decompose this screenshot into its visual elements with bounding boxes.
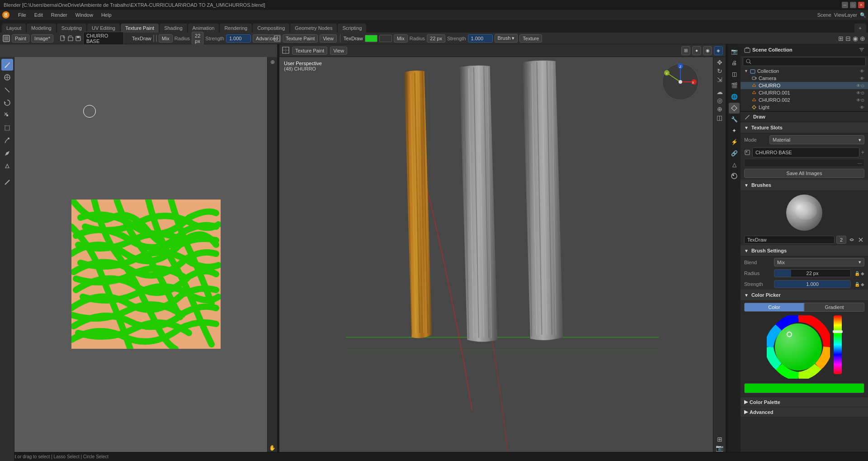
tool-mask[interactable]: [1, 160, 13, 172]
color-tab-gradient[interactable]: Gradient: [804, 303, 864, 312]
viewport-gizmo[interactable]: X Y Z: [660, 62, 701, 103]
save-file-icon[interactable]: [75, 35, 81, 42]
menu-window[interactable]: Window: [72, 11, 97, 19]
props-tab-constraints[interactable]: 🔗: [729, 148, 740, 159]
radius-lock-icon[interactable]: 🔒: [854, 271, 860, 276]
brushes-header[interactable]: ▼ Brushes: [741, 180, 868, 191]
tool-rotate[interactable]: [1, 97, 13, 109]
strength-slider[interactable]: 1.000: [774, 280, 851, 288]
viewport-tool-7[interactable]: ◫: [717, 114, 722, 121]
churro-base-selector[interactable]: CHURRO BASE: [83, 32, 124, 45]
outliner-item-collection[interactable]: ▼ Collection 👁: [741, 67, 868, 75]
props-tab-view-layer[interactable]: ◫: [729, 69, 740, 80]
props-tab-data[interactable]: △: [729, 159, 740, 170]
editor-type-icon[interactable]: [3, 35, 10, 42]
menu-help[interactable]: Help: [98, 11, 115, 19]
blend-mode-left[interactable]: Mix: [159, 34, 173, 43]
props-tab-modifier[interactable]: 🔧: [729, 114, 740, 125]
color-wheel-wrapper[interactable]: [767, 315, 830, 380]
tool-scale[interactable]: [1, 109, 13, 121]
tab-geometry-nodes[interactable]: Geometry Nodes: [290, 24, 337, 33]
brush-link-icon[interactable]: [848, 236, 855, 243]
tool-transform[interactable]: [1, 122, 13, 134]
image-button[interactable]: Image*: [31, 34, 53, 43]
props-tab-render[interactable]: 📷: [729, 46, 740, 57]
viewport-tool-2[interactable]: ↻: [717, 67, 722, 75]
viewport-icon-2[interactable]: ⊟: [845, 35, 851, 42]
rendered-shading[interactable]: ◉: [703, 46, 712, 55]
outliner-item-churro[interactable]: CHURRO 👁 ⊙: [741, 82, 868, 89]
viewport-tool-6[interactable]: ⊕: [717, 105, 722, 113]
texture-slot-add[interactable]: +: [861, 149, 864, 156]
add-workspace-button[interactable]: +: [854, 24, 866, 33]
props-tab-material[interactable]: [729, 171, 740, 181]
outliner-search-bar[interactable]: [743, 57, 866, 66]
background-color-right[interactable]: [379, 35, 392, 42]
color-palette-header[interactable]: ▶ Color Palette: [741, 397, 868, 407]
hue-slider[interactable]: [834, 315, 842, 374]
outliner-item-churro002[interactable]: CHURRO.002 👁 ⊙: [741, 96, 868, 104]
churro002-visibility[interactable]: 👁: [856, 98, 861, 103]
props-tab-physics[interactable]: ⚡: [729, 137, 740, 147]
blend-select[interactable]: Mix ▾: [774, 258, 864, 266]
viewport-icon-3[interactable]: ◉: [853, 35, 858, 42]
props-tab-world[interactable]: 🌐: [729, 91, 740, 102]
brush-type-button[interactable]: Brush ▾: [495, 34, 518, 43]
uv-pan[interactable]: ✋: [269, 445, 276, 451]
minimize-button[interactable]: ─: [842, 2, 848, 8]
menu-file[interactable]: File: [14, 11, 30, 19]
view-button[interactable]: View: [320, 34, 337, 43]
radius-value-left[interactable]: 22 px: [192, 32, 203, 45]
current-color-swatch[interactable]: [744, 383, 864, 393]
menu-render[interactable]: Render: [47, 11, 71, 19]
uv-canvas[interactable]: [14, 57, 277, 461]
menu-edit[interactable]: Edit: [31, 11, 47, 19]
strength-keyframe-icon[interactable]: ◆: [861, 282, 864, 287]
texture-slots-header[interactable]: ▼ Texture Slots: [741, 122, 868, 133]
foreground-color-right[interactable]: [365, 35, 377, 42]
viewport-tool-4[interactable]: ☁: [717, 88, 723, 95]
props-tab-scene[interactable]: 🎬: [729, 80, 740, 91]
light-visibility[interactable]: 👁: [860, 105, 864, 110]
uv-zoom-fit[interactable]: ⊕: [270, 59, 275, 65]
material-shading[interactable]: ◈: [714, 46, 723, 55]
tool-annotate[interactable]: [1, 135, 13, 147]
blend-mode-right[interactable]: Mix: [394, 34, 408, 43]
viewport-tool-3[interactable]: ⇲: [717, 76, 722, 83]
outliner-item-camera[interactable]: Camera 👁: [741, 75, 868, 82]
open-file-icon[interactable]: [67, 35, 74, 42]
save-all-images-button[interactable]: Save All Images: [744, 169, 864, 178]
search-icon-header[interactable]: 🔍: [860, 12, 866, 18]
radius-keyframe-icon[interactable]: ◆: [861, 271, 864, 276]
camera-visibility[interactable]: 👁: [860, 76, 864, 81]
radius-value-right[interactable]: 22 px: [427, 34, 445, 43]
viewport-editor-type[interactable]: [282, 47, 289, 55]
texture-slot-item[interactable]: CHURRO BASE: [752, 147, 859, 157]
outliner-item-light[interactable]: Light 👁: [741, 104, 868, 111]
churro001-select[interactable]: ⊙: [861, 90, 864, 95]
paint-mode-button[interactable]: Paint: [12, 34, 29, 43]
brush-settings-header[interactable]: ▼ Brush Settings: [741, 245, 868, 257]
texture-paint-mode-button[interactable]: Texture Paint: [283, 34, 318, 43]
wireframe-toggle[interactable]: ⊞: [681, 46, 690, 55]
texture-slot-empty[interactable]: —: [744, 159, 864, 167]
background-color-left[interactable]: [156, 35, 157, 42]
solid-shading[interactable]: ●: [692, 46, 701, 55]
brush-name-input[interactable]: TexDraw: [744, 236, 835, 244]
strength-value-right[interactable]: 1.000: [468, 34, 493, 43]
3d-viewport[interactable]: User Perspective (48) CHURRO: [279, 57, 726, 461]
color-wheel-svg[interactable]: [767, 315, 830, 379]
viewport-view-menu[interactable]: View: [330, 47, 347, 55]
viewport-editor-icon[interactable]: [274, 35, 281, 42]
tool-erase[interactable]: [1, 176, 13, 188]
viewport-camera-view[interactable]: 📷: [716, 444, 723, 451]
churro-select[interactable]: ⊙: [861, 83, 864, 88]
strength-lock-icon[interactable]: 🔒: [854, 282, 860, 287]
color-picker-header[interactable]: ▼ Color Picker: [741, 290, 868, 301]
churro002-select[interactable]: ⊙: [861, 98, 864, 103]
foreground-color-left[interactable]: [153, 35, 154, 42]
churro001-visibility[interactable]: 👁: [856, 90, 861, 95]
collection-visibility[interactable]: 👁: [860, 69, 864, 74]
tab-scripting[interactable]: Scripting: [338, 24, 366, 33]
texture-button[interactable]: Texture: [519, 34, 542, 43]
